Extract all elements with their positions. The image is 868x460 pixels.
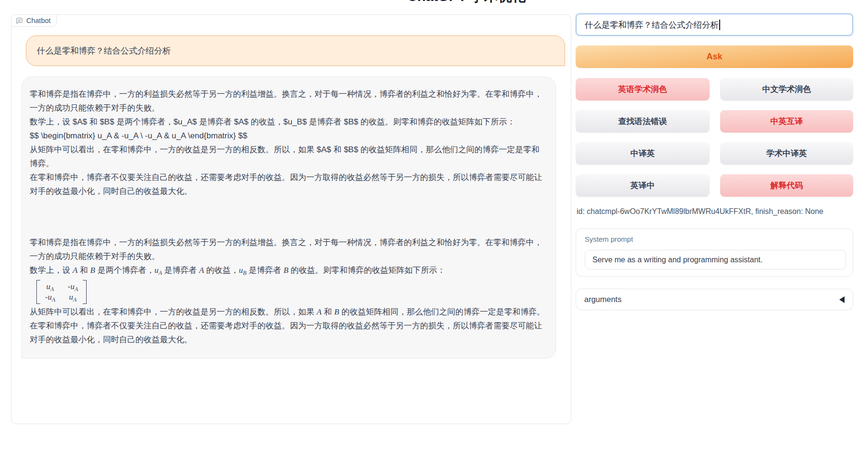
matrix-cell: uA [45, 282, 56, 292]
matrix-cell: -uA [68, 282, 78, 292]
chatbot-label-tab: Chatbot [11, 14, 57, 27]
bot-raw-paragraph: 在零和博弈中，博弈者不仅要关注自己的收益，还需要考虑对手的收益。因为一方取得的收… [30, 170, 547, 198]
rendered-matrix: uA -uA -uA uA [30, 277, 547, 305]
zh-en-mutual-translate-button[interactable]: 中英互译 [720, 110, 853, 133]
ask-button[interactable]: Ask [576, 45, 853, 68]
bot-rendered-paragraph: 数学上，设 A 和 B 是两个博弈者，uA 是博弈者 A 的收益，uB 是博弈者… [30, 263, 547, 277]
system-prompt-value: Serve me as a writing and programming as… [592, 256, 763, 264]
matrix-right-bracket [83, 280, 87, 304]
bot-message-bubble: 零和博弈是指在博弈中，一方的利益损失必然等于另一方的利益增益。换言之，对于每一种… [22, 77, 556, 359]
bot-rendered-paragraph: 零和博弈是指在博弈中，一方的利益损失必然等于另一方的利益增益。换言之，对于每一种… [30, 236, 547, 263]
chinese-academic-polish-button[interactable]: 中文学术润色 [720, 78, 853, 101]
matrix-cell: -uA [45, 292, 56, 302]
bot-raw-formula: $$ \begin{bmatrix} u_A & -u_A \ -u_A & u… [30, 129, 547, 143]
matrix-left-bracket [36, 280, 40, 304]
paragraph-gap [30, 198, 547, 236]
bot-rendered-paragraph: 在零和博弈中，博弈者不仅要关注自己的收益，还需要考虑对手的收益。因为一方取得的收… [30, 319, 547, 347]
chat-message-area[interactable]: 什么是零和博弈？结合公式介绍分析 零和博弈是指在博弈中，一方的利益损失必然等于另… [11, 15, 571, 424]
bot-rendered-paragraph: 从矩阵中可以看出，在零和博弈中，一方的收益是另一方的相反数。所以，如果 A 和 … [30, 305, 547, 319]
arguments-accordion-header[interactable]: arguments [576, 289, 853, 310]
explain-code-button[interactable]: 解释代码 [720, 174, 853, 197]
zh-to-en-button[interactable]: 中译英 [576, 142, 710, 165]
system-prompt-input[interactable]: Serve me as a writing and programming as… [585, 250, 846, 269]
chatbot-label: Chatbot [26, 17, 51, 24]
user-message-bubble: 什么是零和博弈？结合公式介绍分析 [26, 35, 565, 66]
find-grammar-errors-button[interactable]: 查找语法错误 [576, 110, 710, 133]
prompt-input[interactable]: 什么是零和博弈？结合公式介绍分析 [576, 13, 853, 36]
en-to-zh-button[interactable]: 英译中 [576, 174, 710, 197]
system-prompt-card: System prompt Serve me as a writing and … [576, 228, 853, 277]
page-root: ChatGPT 学术优化 Chatbot 什么是零和博弈？结合公式介绍分析 零和… [0, 0, 868, 460]
quick-action-grid: 英语学术润色 中文学术润色 查找语法错误 中英互译 中译英 学术中译英 英译中 … [576, 78, 853, 197]
collapse-arrow-icon [839, 296, 845, 303]
page-title: ChatGPT 学术优化 [364, 0, 569, 6]
arguments-accordion-label: arguments [584, 295, 622, 304]
bot-raw-paragraph: 数学上，设 $A$ 和 $B$ 是两个博弈者，$u_A$ 是博弈者 $A$ 的收… [30, 115, 547, 129]
matrix-cell: uA [68, 292, 78, 302]
system-prompt-label: System prompt [585, 235, 633, 243]
prompt-input-value: 什么是零和博弈？结合公式介绍分析 [585, 19, 719, 31]
academic-zh-to-en-button[interactable]: 学术中译英 [720, 142, 853, 165]
response-status-line: id: chatcmpl-6wOo7KrYTwMl89lbrMWRu4UkFFX… [577, 207, 823, 216]
user-message-text: 什么是零和博弈？结合公式介绍分析 [37, 46, 171, 56]
bot-raw-paragraph: 从矩阵中可以看出，在零和博弈中，一方的收益是另一方的相反数。所以，如果 $A$ … [30, 143, 547, 170]
english-academic-polish-button[interactable]: 英语学术润色 [576, 78, 710, 101]
bot-raw-paragraph: 零和博弈是指在博弈中，一方的利益损失必然等于另一方的利益增益。换言之，对于每一种… [30, 87, 547, 115]
chatbot-panel: Chatbot 什么是零和博弈？结合公式介绍分析 零和博弈是指在博弈中，一方的利… [11, 14, 571, 424]
chat-bubble-icon [16, 17, 23, 24]
text-caret [719, 20, 720, 30]
